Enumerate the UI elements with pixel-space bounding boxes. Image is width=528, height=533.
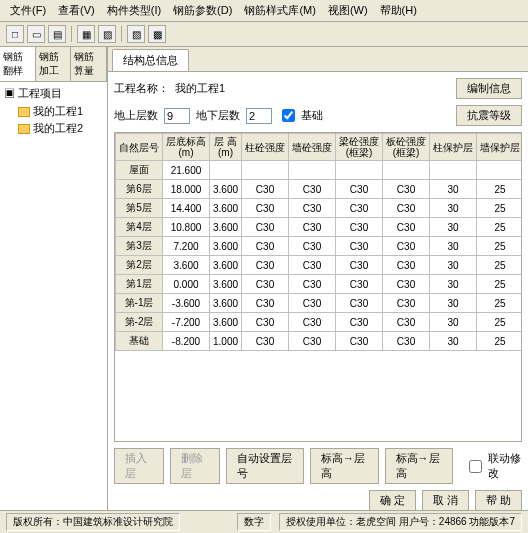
table-cell[interactable]: 3.600 (210, 237, 242, 256)
table-cell[interactable]: 10.800 (163, 218, 210, 237)
table-cell[interactable]: C30 (242, 180, 289, 199)
table-cell[interactable]: 3.600 (210, 313, 242, 332)
table-cell[interactable]: 30 (430, 199, 477, 218)
table-cell[interactable]: 21.600 (163, 161, 210, 180)
column-header[interactable]: 层底标高(m) (163, 134, 210, 161)
column-header[interactable]: 层 高(m) (210, 134, 242, 161)
table-cell[interactable]: C30 (289, 199, 336, 218)
table-cell[interactable]: 第2层 (116, 256, 163, 275)
tool-b[interactable]: ▧ (98, 25, 116, 43)
table-cell[interactable] (430, 161, 477, 180)
table-cell[interactable]: 25 (477, 332, 522, 351)
tool-a[interactable]: ▦ (77, 25, 95, 43)
table-cell[interactable] (336, 161, 383, 180)
table-cell[interactable]: -7.200 (163, 313, 210, 332)
table-cell[interactable] (210, 161, 242, 180)
table-cell[interactable]: C30 (383, 199, 430, 218)
table-cell[interactable]: C30 (289, 256, 336, 275)
column-header[interactable]: 柱保护层 (430, 134, 477, 161)
table-cell[interactable]: C30 (242, 237, 289, 256)
above-floors-input[interactable] (164, 108, 190, 124)
delete-floor-button[interactable]: 删除层 (170, 448, 220, 484)
table-row[interactable]: 第1层0.0003.600C30C30C30C3030252515 (116, 275, 523, 294)
ok-button[interactable]: 确 定 (369, 490, 416, 510)
column-header[interactable]: 板砼强度(框梁) (383, 134, 430, 161)
table-row[interactable]: 第3层7.2003.600C30C30C30C3030252515 (116, 237, 523, 256)
table-cell[interactable]: 30 (430, 275, 477, 294)
table-cell[interactable]: -3.600 (163, 294, 210, 313)
copy-info-button[interactable]: 编制信息 (456, 78, 522, 99)
seismic-button[interactable]: 抗震等级 (456, 105, 522, 126)
table-cell[interactable]: 第5层 (116, 199, 163, 218)
below-floors-input[interactable] (246, 108, 272, 124)
table-cell[interactable]: 30 (430, 218, 477, 237)
table-cell[interactable]: 25 (477, 218, 522, 237)
table-row[interactable]: 屋面21.600 (116, 161, 523, 180)
table-row[interactable]: 第6层18.0003.600C30C30C30C3030252515 (116, 180, 523, 199)
table-cell[interactable]: 30 (430, 332, 477, 351)
table-cell[interactable]: C30 (289, 313, 336, 332)
table-cell[interactable]: 3.600 (210, 294, 242, 313)
table-cell[interactable] (383, 161, 430, 180)
table-cell[interactable]: 25 (477, 294, 522, 313)
left-tab[interactable]: 钢筋翻样 (0, 47, 36, 81)
linked-edit-checkbox[interactable] (469, 460, 482, 473)
table-cell[interactable]: C30 (242, 275, 289, 294)
table-cell[interactable]: C30 (336, 180, 383, 199)
table-cell[interactable]: C30 (383, 294, 430, 313)
menu-item[interactable]: 帮助(H) (376, 2, 421, 19)
table-cell[interactable]: 30 (430, 237, 477, 256)
table-cell[interactable]: C30 (383, 256, 430, 275)
table-cell[interactable]: 第-2层 (116, 313, 163, 332)
table-cell[interactable]: 3.600 (163, 256, 210, 275)
table-cell[interactable]: 25 (477, 237, 522, 256)
table-cell[interactable]: 第4层 (116, 218, 163, 237)
table-cell[interactable]: C30 (383, 218, 430, 237)
table-cell[interactable]: C30 (336, 294, 383, 313)
table-row[interactable]: 第5层14.4003.600C30C30C30C3030252515 (116, 199, 523, 218)
menu-item[interactable]: 构件类型(I) (103, 2, 165, 19)
table-row[interactable]: 第4层10.8003.600C30C30C30C3030252515 (116, 218, 523, 237)
column-header[interactable]: 墙保护层 (477, 134, 522, 161)
table-cell[interactable]: 屋面 (116, 161, 163, 180)
table-cell[interactable]: 1.000 (210, 332, 242, 351)
tree-item[interactable]: 我的工程1 (4, 103, 103, 120)
table-cell[interactable]: C30 (383, 332, 430, 351)
table-cell[interactable]: 25 (477, 256, 522, 275)
tool-open[interactable]: ▭ (27, 25, 45, 43)
table-cell[interactable]: C30 (289, 218, 336, 237)
table-cell[interactable]: C30 (336, 237, 383, 256)
table-cell[interactable] (242, 161, 289, 180)
project-tree[interactable]: ▣ 工程项目 我的工程1我的工程2 (0, 82, 107, 510)
table-cell[interactable]: C30 (242, 256, 289, 275)
table-cell[interactable]: 第6层 (116, 180, 163, 199)
tool-c[interactable]: ▨ (127, 25, 145, 43)
bottom-to-height-button[interactable]: 标高→层高 (385, 448, 454, 484)
table-cell[interactable]: C30 (383, 237, 430, 256)
table-cell[interactable]: C30 (289, 237, 336, 256)
cancel-button[interactable]: 取 消 (422, 490, 469, 510)
menu-item[interactable]: 钢筋样式库(M) (240, 2, 320, 19)
table-row[interactable]: 第-2层-7.2003.600C30C30C30C3030252515 (116, 313, 523, 332)
insert-floor-button[interactable]: 插入层 (114, 448, 164, 484)
help-button[interactable]: 帮 助 (475, 490, 522, 510)
table-cell[interactable]: C30 (383, 180, 430, 199)
table-cell[interactable]: -8.200 (163, 332, 210, 351)
table-cell[interactable]: C30 (336, 332, 383, 351)
table-cell[interactable]: 基础 (116, 332, 163, 351)
tab-structure-info[interactable]: 结构总信息 (112, 49, 189, 71)
table-cell[interactable]: 18.000 (163, 180, 210, 199)
table-cell[interactable] (289, 161, 336, 180)
table-cell[interactable]: C30 (336, 218, 383, 237)
table-cell[interactable]: C30 (242, 332, 289, 351)
left-tab[interactable]: 钢筋算量 (71, 47, 107, 81)
table-row[interactable]: 第2层3.6003.600C30C30C30C3030252515 (116, 256, 523, 275)
table-cell[interactable]: C30 (289, 294, 336, 313)
table-cell[interactable]: 14.400 (163, 199, 210, 218)
column-header[interactable]: 梁砼强度(框梁) (336, 134, 383, 161)
tree-root[interactable]: ▣ 工程项目 (4, 86, 103, 101)
menu-item[interactable]: 视图(W) (324, 2, 372, 19)
table-cell[interactable]: 3.600 (210, 275, 242, 294)
table-cell[interactable]: 25 (477, 199, 522, 218)
table-cell[interactable]: C30 (383, 275, 430, 294)
